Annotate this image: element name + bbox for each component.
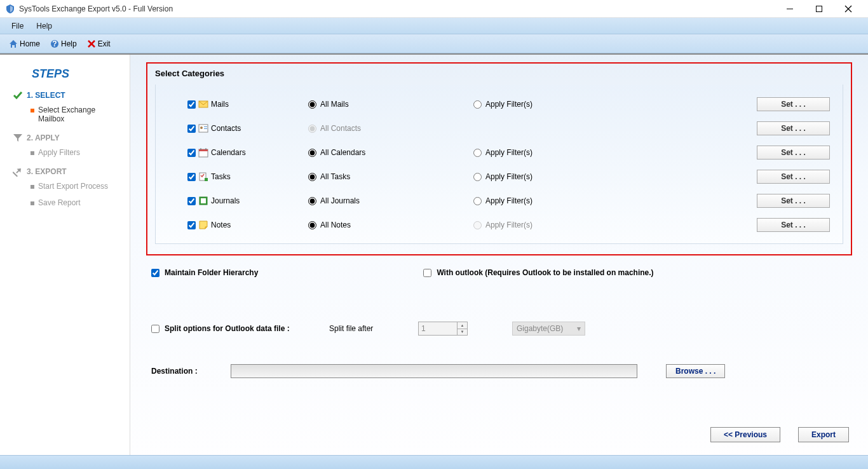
category-row-calendars: Calendars All Calendars Apply Filter(s) … (187, 140, 830, 165)
toolbar-home[interactable]: Home (5, 37, 44, 50)
split-after-label: Split file after (329, 324, 405, 333)
mails-all-label: All Mails (320, 100, 349, 109)
step-2-sub[interactable]: Apply Filters (31, 148, 123, 157)
journals-all-label: All Journals (320, 196, 360, 205)
menubar: File Help (0, 18, 868, 34)
tasks-checkbox[interactable] (187, 173, 196, 181)
split-options-checkbox[interactable] (151, 325, 159, 333)
calendars-label: Calendars (211, 148, 246, 157)
close-button[interactable] (834, 0, 863, 18)
toolbar: Home ? Help Exit (0, 34, 868, 53)
calendars-all-radio[interactable] (308, 149, 316, 157)
exit-icon (87, 39, 96, 48)
svg-point-10 (200, 126, 203, 129)
journals-filter-label: Apply Filter(s) (485, 196, 532, 205)
mails-label: Mails (211, 100, 229, 109)
tasks-icon (198, 172, 208, 182)
toolbar-exit-label: Exit (98, 39, 111, 48)
toolbar-home-label: Home (20, 39, 40, 48)
contacts-checkbox[interactable] (187, 125, 196, 133)
maintain-hierarchy-label: Maintain Folder Hierarchy (165, 268, 258, 277)
minimize-button[interactable] (775, 0, 804, 18)
mails-checkbox[interactable] (187, 100, 196, 109)
check-icon (13, 90, 23, 100)
step-2-label: 2. APPLY (27, 133, 60, 142)
category-row-mails: Mails All Mails Apply Filter(s) Set . . … (187, 92, 830, 116)
tasks-set-button[interactable]: Set . . . (757, 170, 830, 184)
mails-filter-radio[interactable] (473, 100, 482, 109)
maintain-hierarchy-checkbox[interactable] (151, 269, 159, 277)
calendars-filter-radio[interactable] (473, 149, 482, 157)
mail-icon (198, 99, 208, 109)
category-row-journals: Journals All Journals Apply Filter(s) Se… (187, 189, 830, 213)
export-icon (13, 167, 23, 177)
journals-filter-radio[interactable] (473, 197, 482, 205)
tasks-all-label: All Tasks (320, 172, 350, 181)
mails-all-radio[interactable] (308, 100, 316, 109)
browse-button[interactable]: Browse . . . (666, 364, 725, 378)
step-1-sub[interactable]: Select Exchange Mailbox (31, 105, 123, 123)
toolbar-help[interactable]: ? Help (46, 37, 81, 50)
split-options[interactable]: Split options for Outlook data file : (151, 324, 316, 333)
sidebar: STEPS 1. SELECT Select Exchange Mailbox … (0, 55, 130, 455)
svg-rect-14 (199, 149, 208, 151)
step-3-label: 3. EXPORT (27, 167, 67, 176)
calendars-all-label: All Calendars (320, 148, 365, 157)
toolbar-exit[interactable]: Exit (83, 37, 114, 50)
steps-header: STEPS (13, 67, 123, 81)
notes-filter-label: Apply Filter(s) (485, 221, 532, 229)
step-3-sub1[interactable]: Start Export Process (31, 182, 123, 191)
step-1-sub-label: Select Exchange Mailbox (38, 105, 123, 123)
menu-file[interactable]: File (5, 19, 30, 33)
notes-all-label: All Notes (320, 221, 351, 229)
tasks-all-radio[interactable] (308, 173, 316, 181)
bullet-icon (31, 201, 34, 205)
notes-all-radio[interactable] (308, 221, 316, 229)
notes-checkbox[interactable] (187, 221, 196, 229)
mails-filter-label: Apply Filter(s) (485, 100, 532, 109)
contacts-set-button[interactable]: Set . . . (757, 121, 830, 135)
step-3-sub2[interactable]: Save Report (31, 198, 123, 207)
export-button[interactable]: Export (798, 427, 849, 442)
statusbar (0, 455, 868, 469)
spinner-down[interactable]: ▼ (458, 329, 467, 336)
split-options-label: Split options for Outlook data file : (165, 324, 290, 333)
mails-set-button[interactable]: Set . . . (757, 97, 830, 111)
contacts-all-radio (308, 125, 316, 133)
calendar-icon (198, 147, 208, 158)
destination-input[interactable] (231, 364, 637, 378)
maintain-hierarchy-option[interactable]: Maintain Folder Hierarchy (151, 268, 258, 277)
step-2-apply[interactable]: 2. APPLY (13, 133, 123, 143)
step-1-select[interactable]: 1. SELECT (13, 90, 123, 100)
menu-help[interactable]: Help (30, 19, 58, 33)
journals-all-radio[interactable] (308, 197, 316, 205)
with-outlook-checkbox[interactable] (423, 269, 431, 277)
calendars-set-button[interactable]: Set . . . (757, 146, 830, 160)
titlebar-text: SysTools Exchange Export v5.0 - Full Ver… (19, 4, 775, 13)
split-value-spinner[interactable]: 1 ▲▼ (418, 322, 468, 336)
titlebar: SysTools Exchange Export v5.0 - Full Ver… (0, 0, 868, 18)
category-row-contacts: Contacts All Contacts Set . . . (187, 116, 830, 140)
svg-rect-20 (201, 198, 206, 203)
split-value: 1 (421, 324, 426, 333)
with-outlook-label: With outlook (Requires Outlook to be ins… (437, 268, 653, 277)
app-icon (5, 4, 15, 14)
notes-set-button[interactable]: Set . . . (757, 218, 830, 232)
split-unit-select[interactable]: Gigabyte(GB) (512, 322, 585, 336)
journal-icon (198, 196, 208, 206)
calendars-checkbox[interactable] (187, 149, 196, 157)
contacts-label: Contacts (211, 124, 241, 133)
step-3-export[interactable]: 3. EXPORT (13, 167, 123, 177)
tasks-filter-radio[interactable] (473, 173, 482, 181)
categories-highlight-box: Select Categories Mails All Mails Apply … (146, 62, 852, 255)
spinner-up[interactable]: ▲ (458, 322, 467, 329)
journals-checkbox[interactable] (187, 197, 196, 205)
with-outlook-option[interactable]: With outlook (Requires Outlook to be ins… (423, 268, 653, 277)
step-3-sub1-label: Start Export Process (38, 182, 108, 191)
maximize-button[interactable] (804, 0, 834, 18)
section-title: Select Categories (155, 69, 843, 78)
filter-icon (13, 133, 23, 143)
notes-label: Notes (211, 221, 231, 229)
journals-set-button[interactable]: Set . . . (757, 194, 830, 208)
previous-button[interactable]: << Previous (710, 427, 780, 442)
